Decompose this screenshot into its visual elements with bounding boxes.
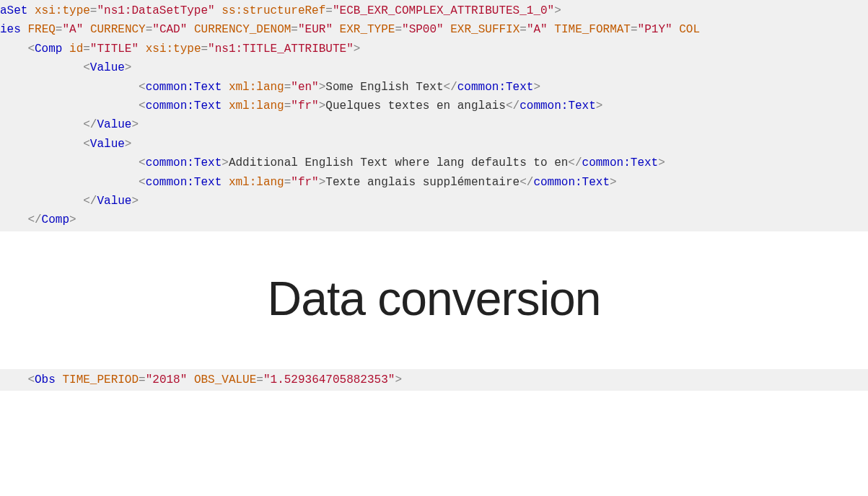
xml-line: <Value> bbox=[0, 138, 131, 151]
xml-line: aSet xsi:type="ns1:DataSetType" ss:struc… bbox=[0, 4, 561, 17]
xml-line: </Value> bbox=[0, 195, 139, 208]
headline-text: Data conversion bbox=[268, 272, 601, 325]
headline-block: Data conversion bbox=[0, 231, 868, 369]
xml-line: <common:Text xml:lang="fr">Texte anglais… bbox=[0, 176, 617, 189]
xml-line: <Comp id="TITLE" xsi:type="ns1:TITLE_ATT… bbox=[0, 43, 360, 56]
xml-line: <common:Text xml:lang="en">Some English … bbox=[0, 81, 540, 94]
xml-line: ies FREQ="A" CURRENCY="CAD" CURRENCY_DEN… bbox=[0, 23, 700, 36]
xml-line: <common:Text>Additional English Text whe… bbox=[0, 156, 665, 169]
code-block-top: aSet xsi:type="ns1:DataSetType" ss:struc… bbox=[0, 0, 868, 231]
xml-line: <common:Text xml:lang="fr">Quelques text… bbox=[0, 99, 602, 112]
code-block-bottom: <Obs TIME_PERIOD="2018" OBS_VALUE="1.529… bbox=[0, 369, 868, 391]
xml-line: <Obs TIME_PERIOD="2018" OBS_VALUE="1.529… bbox=[0, 373, 402, 386]
xml-line: </Value> bbox=[0, 118, 139, 131]
xml-line: </Comp> bbox=[0, 213, 76, 226]
xml-line: <Value> bbox=[0, 61, 131, 74]
